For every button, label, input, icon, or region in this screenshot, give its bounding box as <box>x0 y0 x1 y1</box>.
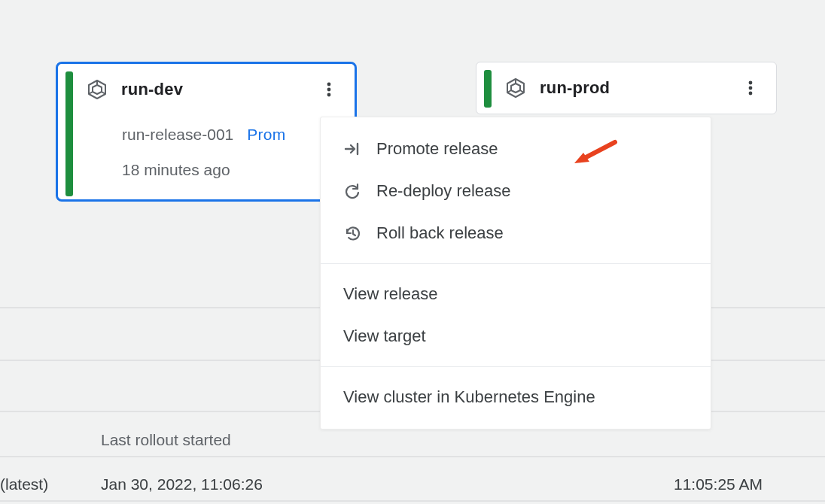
menu-item-redeploy-release[interactable]: Re-deploy release <box>321 170 711 212</box>
menu-item-view-cluster[interactable]: View cluster in Kubernetes Engine <box>321 376 711 418</box>
menu-item-label: Roll back release <box>376 223 504 243</box>
release-latest-tag: (latest) <box>0 475 48 493</box>
target-card-dev[interactable]: run-dev run-release-001 Prom 18 minutes … <box>56 62 357 202</box>
gke-icon <box>87 79 108 100</box>
more-actions-button[interactable] <box>738 76 763 100</box>
menu-item-label: View target <box>343 326 426 346</box>
menu-item-rollback-release[interactable]: Roll back release <box>321 212 711 254</box>
promote-link[interactable]: Prom <box>247 126 285 143</box>
menu-item-view-release[interactable]: View release <box>321 273 711 315</box>
menu-item-label: Promote release <box>376 139 498 159</box>
history-icon <box>343 224 361 242</box>
divider <box>0 500 825 502</box>
target-actions-menu: Promote release Re-deploy release Roll b… <box>320 117 711 430</box>
arrow-to-bar-icon <box>343 140 361 158</box>
menu-item-promote-release[interactable]: Promote release <box>321 128 711 170</box>
status-rail-ok <box>484 70 492 108</box>
release-age: 18 minutes ago <box>122 161 339 178</box>
last-rollout-started-value: Jan 30, 2022, 11:06:26 <box>101 475 263 493</box>
target-card-prod[interactable]: run-prod <box>476 62 777 114</box>
menu-item-label: View release <box>343 284 438 304</box>
table-row[interactable]: (latest) Jan 30, 2022, 11:06:26 11:05:25… <box>0 462 825 504</box>
menu-item-label: View cluster in Kubernetes Engine <box>343 387 595 407</box>
target-name: run-dev <box>121 80 183 99</box>
menu-separator <box>321 263 711 264</box>
timestamp-value: 11:05:25 AM <box>674 475 763 493</box>
target-name: run-prod <box>540 78 610 98</box>
gke-icon <box>505 77 526 99</box>
menu-item-label: Re-deploy release <box>376 181 511 201</box>
divider <box>0 456 825 457</box>
refresh-icon <box>343 182 361 200</box>
menu-item-view-target[interactable]: View target <box>321 315 711 357</box>
release-name: run-release-001 <box>122 126 233 143</box>
column-header-last-rollout: Last rollout started <box>101 431 231 449</box>
menu-separator <box>321 366 711 367</box>
more-actions-button[interactable] <box>317 77 341 102</box>
status-rail-ok <box>65 71 73 196</box>
